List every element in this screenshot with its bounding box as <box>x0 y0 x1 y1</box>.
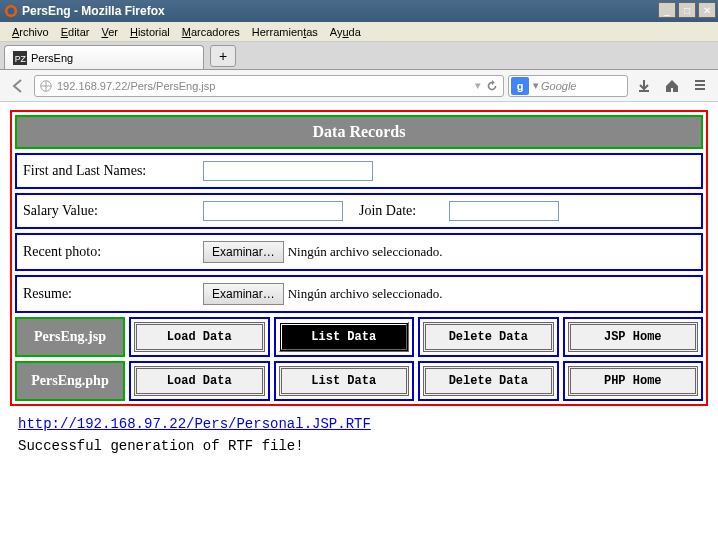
footer-message: Successful generation of RTF file! <box>18 438 708 454</box>
search-box[interactable]: g ▾ Google <box>508 75 628 97</box>
menu-ver[interactable]: Ver <box>95 24 124 40</box>
downloads-button[interactable] <box>632 74 656 98</box>
load-data-button-0[interactable]: Load Data <box>134 322 265 352</box>
tab-favicon-icon: PZ <box>13 51 27 65</box>
navbar: 192.168.97.22/Pers/PersEng.jsp ▾ g ▾ Goo… <box>0 70 718 102</box>
jsp-home-button-0[interactable]: JSP Home <box>568 322 699 352</box>
tab-perseng[interactable]: PZ PersEng <box>4 45 204 69</box>
minimize-button[interactable]: _ <box>658 2 676 18</box>
menu-marcadores[interactable]: Marcadores <box>176 24 246 40</box>
close-button[interactable]: ✕ <box>698 2 716 18</box>
dropdown-icon[interactable]: ▾ <box>475 79 481 92</box>
svg-rect-7 <box>695 88 705 90</box>
side-label-1: PersEng.php <box>15 361 125 401</box>
button-grid: PersEng.jspLoad DataList DataDelete Data… <box>15 317 703 401</box>
names-label: First and Last Names: <box>23 163 203 179</box>
main-red-border: Data Records First and Last Names: Salar… <box>10 110 708 406</box>
page-content: Data Records First and Last Names: Salar… <box>0 102 718 462</box>
search-placeholder: Google <box>541 80 576 92</box>
globe-icon <box>39 79 53 93</box>
list-data-button-0[interactable]: List Data <box>279 322 410 352</box>
window-titlebar: PersEng - Mozilla Firefox _ □ ✕ <box>0 0 718 22</box>
row-names: First and Last Names: <box>15 153 703 189</box>
salary-input[interactable] <box>203 201 343 221</box>
menu-ayuda[interactable]: Ayuda <box>324 24 367 40</box>
svg-point-1 <box>8 8 15 15</box>
menu-herramientas[interactable]: Herramientas <box>246 24 324 40</box>
menubar: Archivo Editar Ver Historial Marcadores … <box>0 22 718 42</box>
photo-browse-button[interactable]: Examinar… <box>203 241 284 263</box>
row-photo: Recent photo: Examinar… Ningún archivo s… <box>15 233 703 271</box>
back-button[interactable] <box>6 74 30 98</box>
url-right-controls: ▾ <box>475 79 499 93</box>
google-icon: g <box>511 77 529 95</box>
menu-editar[interactable]: Editar <box>55 24 96 40</box>
btn-cell: Load Data <box>129 361 270 401</box>
reload-icon[interactable] <box>485 79 499 93</box>
resume-browse-button[interactable]: Examinar… <box>203 283 284 305</box>
svg-text:PZ: PZ <box>15 53 27 63</box>
btn-cell: List Data <box>274 317 415 357</box>
window-controls: _ □ ✕ <box>658 2 716 18</box>
menu-historial[interactable]: Historial <box>124 24 176 40</box>
salary-label: Salary Value: <box>23 203 203 219</box>
header-wrap: Data Records <box>15 115 703 149</box>
btn-cell: List Data <box>274 361 415 401</box>
footer-link[interactable]: http://192.168.97.22/Pers/Personal.JSP.R… <box>18 416 708 432</box>
row-resume: Resume: Examinar… Ningún archivo selecci… <box>15 275 703 313</box>
join-label: Join Date: <box>359 203 449 219</box>
photo-label: Recent photo: <box>23 244 203 260</box>
resume-label: Resume: <box>23 286 203 302</box>
btn-cell: Delete Data <box>418 361 559 401</box>
tab-label: PersEng <box>31 52 73 64</box>
btn-cell: PHP Home <box>563 361 704 401</box>
delete-data-button-0[interactable]: Delete Data <box>423 322 554 352</box>
url-text: 192.168.97.22/Pers/PersEng.jsp <box>57 80 215 92</box>
url-bar[interactable]: 192.168.97.22/Pers/PersEng.jsp ▾ <box>34 75 504 97</box>
btn-cell: Delete Data <box>418 317 559 357</box>
btn-cell: Load Data <box>129 317 270 357</box>
delete-data-button-1[interactable]: Delete Data <box>423 366 554 396</box>
menu-archivo[interactable]: Archivo <box>6 24 55 40</box>
resume-file-status: Ningún archivo seleccionado. <box>288 286 443 302</box>
window-title: PersEng - Mozilla Firefox <box>22 4 165 18</box>
photo-file-status: Ningún archivo seleccionado. <box>288 244 443 260</box>
row-salary-join: Salary Value: Join Date: <box>15 193 703 229</box>
firefox-icon <box>4 4 18 18</box>
cell-join: Join Date: <box>359 201 695 221</box>
load-data-button-1[interactable]: Load Data <box>134 366 265 396</box>
svg-rect-5 <box>695 80 705 82</box>
side-label-0: PersEng.jsp <box>15 317 125 357</box>
php-home-button-1[interactable]: PHP Home <box>568 366 699 396</box>
home-button[interactable] <box>660 74 684 98</box>
search-dropdown-icon[interactable]: ▾ <box>533 79 539 92</box>
list-data-button-1[interactable]: List Data <box>279 366 410 396</box>
tabbar: PZ PersEng + <box>0 42 718 70</box>
join-input[interactable] <box>449 201 559 221</box>
maximize-button[interactable]: □ <box>678 2 696 18</box>
new-tab-button[interactable]: + <box>210 45 236 67</box>
cell-salary: Salary Value: <box>23 201 359 221</box>
bookmarks-button[interactable] <box>688 74 712 98</box>
svg-rect-6 <box>695 84 705 86</box>
page-header: Data Records <box>17 117 701 147</box>
names-input[interactable] <box>203 161 373 181</box>
btn-cell: JSP Home <box>563 317 704 357</box>
